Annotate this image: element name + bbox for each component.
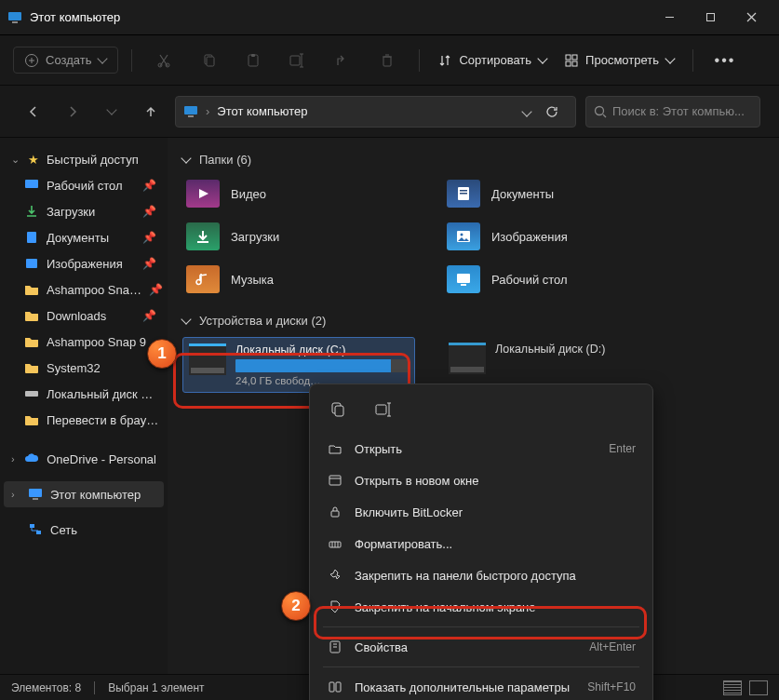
svg-rect-19 [566,55,571,60]
delete-icon[interactable] [369,45,406,76]
sidebar-this-pc[interactable]: › Этот компьютер [4,481,164,507]
cut-icon[interactable] [145,45,182,76]
details-view-button[interactable] [723,680,742,695]
sidebar-item-documents[interactable]: Документы📌 [4,224,164,250]
sidebar-item-downloads[interactable]: Загрузки📌 [4,198,164,224]
recent-button[interactable] [97,97,127,127]
chevron-down-icon: ⌄ [11,154,20,166]
chevron-down-icon [98,53,108,63]
folder-video[interactable]: Видео [182,176,406,211]
svg-rect-44 [376,405,386,414]
copy-icon[interactable] [190,45,227,76]
chevron-down-icon [537,53,547,63]
sidebar-item-desktop[interactable]: Рабочий стол📌 [4,172,164,198]
this-pc-icon [183,104,198,119]
folder-icon [24,308,39,323]
chevron-right-icon: › [11,489,20,500]
more-button[interactable]: ••• [706,45,744,76]
svg-rect-9 [207,57,214,66]
toolbar: Создать Сортировать Просмотреть ••• [0,35,779,86]
new-button[interactable]: Создать [13,47,118,74]
close-button[interactable] [731,2,772,34]
ctx-more-options[interactable]: Показать дополнительные параметры Shift+… [317,671,645,700]
music-icon [186,265,220,293]
properties-icon [327,639,343,655]
back-button[interactable] [19,97,48,127]
ctx-open[interactable]: Открыть Enter [317,433,645,464]
svg-point-25 [596,106,604,114]
sidebar-item-localdisk[interactable]: Локальный диск … [4,381,164,407]
ctx-bitlocker[interactable]: Включить BitLocker [317,496,645,528]
up-button[interactable] [136,97,166,127]
section-devices[interactable]: Устройства и диски (2) [182,314,764,328]
new-label: Создать [46,53,91,67]
status-count: Элементов: 8 [11,681,81,694]
desktop-icon [447,265,480,293]
pin-icon: 📌 [142,231,156,244]
ctx-pin-quick[interactable]: Закрепить на панели быстрого доступа [317,559,645,591]
address-chevron[interactable] [516,104,538,118]
forward-button[interactable] [58,97,87,127]
pin-icon: 📌 [142,205,156,218]
sidebar-item-images[interactable]: Изображения📌 [4,250,164,276]
desktop-icon [24,178,39,193]
folder-documents[interactable]: Документы [443,176,666,211]
sort-icon [438,54,451,67]
svg-rect-23 [184,106,197,114]
ctx-format[interactable]: Форматировать... [317,528,645,559]
rename-icon[interactable] [279,45,316,76]
svg-rect-24 [188,115,194,117]
svg-rect-43 [335,406,343,416]
refresh-button[interactable] [545,105,568,118]
minimize-button[interactable] [649,2,690,34]
ctx-pin-start[interactable]: Закрепить на начальном экране [317,591,645,623]
svg-rect-1 [12,21,18,23]
sidebar-network[interactable]: › Сеть [4,517,164,543]
paste-icon[interactable] [235,45,272,76]
folder-downloads[interactable]: Загрузки [182,219,406,254]
folder-icon [24,360,39,375]
drive-icon [189,343,226,375]
pin-icon: 📌 [149,283,163,296]
search-input[interactable]: Поиск в: Этот компью... [585,96,760,128]
sidebar-item-ashampoo[interactable]: Ashampoo Sna…📌 [4,276,164,303]
document-icon [447,180,480,208]
pin-icon: 📌 [142,309,156,322]
breadcrumb-root[interactable]: Этот компьютер [217,104,307,118]
status-selected: Выбран 1 элемент [108,681,204,694]
ctx-open-new-window[interactable]: Открыть в новом окне [317,464,645,496]
sidebar-onedrive[interactable]: › OneDrive - Personal [4,446,164,472]
view-label: Просмотреть [585,53,659,67]
icons-view-button[interactable] [749,680,768,695]
ctx-rename-icon[interactable] [368,396,401,424]
sidebar-item-translate[interactable]: Перевести в брау… [4,407,164,433]
sidebar-item-system32[interactable]: System32 [4,355,164,381]
network-icon [28,522,43,537]
view-icon [565,54,578,67]
folder-images[interactable]: Изображения [443,219,666,254]
folder-music[interactable]: Музыка [182,262,406,297]
sidebar-item-downloads2[interactable]: Downloads📌 [4,303,164,329]
svg-rect-27 [25,180,38,188]
context-menu: Открыть Enter Открыть в новом окне Включ… [309,384,653,700]
ctx-copy-icon[interactable] [321,396,355,424]
sidebar-quick-access[interactable]: ⌄ ★ Быстрый доступ [4,147,164,172]
address-bar[interactable]: › Этот компьютер [175,96,576,128]
sidebar-item-ashampoo9[interactable]: Ashampoo Snap 9 [4,329,164,355]
star-icon: ★ [28,153,39,167]
section-folders[interactable]: Папки (6) [182,153,764,167]
folder-desktop[interactable]: Рабочий стол [443,262,666,297]
view-button[interactable]: Просмотреть [559,49,679,71]
svg-rect-31 [29,489,42,497]
sort-button[interactable]: Сортировать [433,49,552,71]
ctx-properties[interactable]: Свойства Alt+Enter [317,631,645,663]
format-icon [327,535,343,552]
chevron-down-icon [181,314,191,324]
this-pc-icon [28,487,43,502]
chevron-down-icon [181,153,191,163]
svg-rect-59 [336,682,341,692]
maximize-button[interactable] [690,2,731,34]
share-icon[interactable] [324,45,361,76]
folder-icon [24,282,39,297]
image-icon [24,256,39,271]
